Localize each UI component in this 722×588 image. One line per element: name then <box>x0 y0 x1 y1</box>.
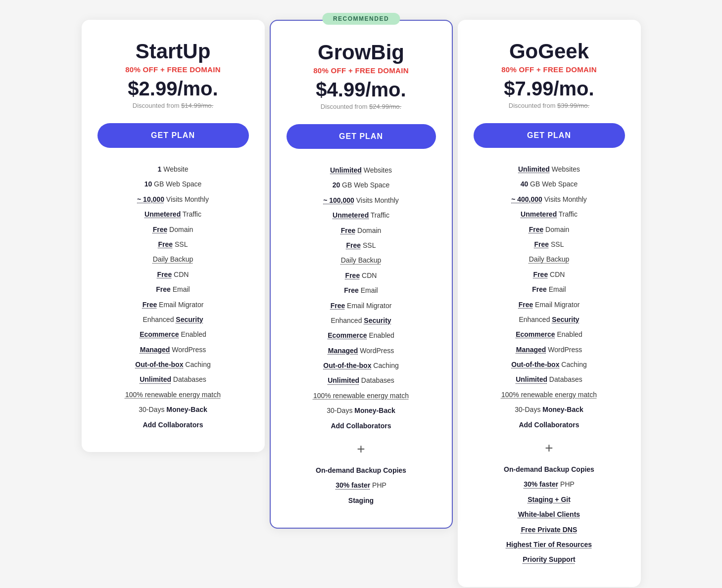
plan-original-price-gogeek: Discounted from $39.99/mo. <box>474 102 625 109</box>
list-item: Free Domain <box>474 222 625 237</box>
list-item: Unmetered Traffic <box>97 207 249 222</box>
list-item: Daily Backup <box>97 252 249 267</box>
list-item: Free Email Migrator <box>474 297 625 312</box>
plan-card-startup: StartUp80% OFF + FREE DOMAIN$2.99/mo.Dis… <box>82 20 265 452</box>
list-item: Staging + Git <box>474 492 625 507</box>
plan-price-gogeek: $7.99/mo. <box>474 78 625 100</box>
list-item: 30-Days Money-Back <box>287 403 436 418</box>
list-item: Staging <box>287 493 436 508</box>
recommended-badge: RECOMMENDED <box>322 13 400 25</box>
plan-card-growbig: RECOMMENDEDGrowBig80% OFF + FREE DOMAIN$… <box>270 20 453 529</box>
list-item: Unmetered Traffic <box>287 208 436 223</box>
list-item: Unlimited Databases <box>474 372 625 387</box>
plan-original-price-growbig: Discounted from $24.99/mo. <box>287 103 436 110</box>
list-item: Free Domain <box>97 222 249 237</box>
list-item: ~ 100,000 Visits Monthly <box>287 193 436 208</box>
list-item: Add Collaborators <box>97 417 249 432</box>
plan-name-startup: StartUp <box>97 40 249 63</box>
list-item: Out-of-the-box Caching <box>474 357 625 372</box>
list-item: Free Email <box>474 282 625 297</box>
list-item: Highest Tier of Resources <box>474 537 625 552</box>
list-item: Add Collaborators <box>287 418 436 433</box>
list-item: Out-of-the-box Caching <box>287 358 436 373</box>
list-item: ~ 10,000 Visits Monthly <box>97 192 249 207</box>
plan-discount-growbig: 80% OFF + FREE DOMAIN <box>287 66 436 75</box>
list-item: Managed WordPress <box>474 342 625 357</box>
list-item: Ecommerce Enabled <box>287 328 436 343</box>
list-item: 100% renewable energy match <box>287 388 436 403</box>
list-item: Ecommerce Enabled <box>474 327 625 342</box>
list-item: Unlimited Databases <box>287 373 436 388</box>
plan-name-gogeek: GoGeek <box>474 40 625 63</box>
list-item: Daily Backup <box>287 253 436 268</box>
plus-separator-growbig: + <box>287 441 436 457</box>
list-item: 100% renewable energy match <box>474 387 625 402</box>
list-item: Free Email Migrator <box>97 297 249 312</box>
list-item: Unlimited Databases <box>97 372 249 387</box>
list-item: 30% faster PHP <box>287 478 436 493</box>
list-item: Add Collaborators <box>474 417 625 432</box>
features-list-growbig: Unlimited Websites20 GB Web Space~ 100,0… <box>287 163 436 433</box>
list-item: Free CDN <box>287 268 436 283</box>
list-item: Free CDN <box>97 267 249 282</box>
extras-list-gogeek: On-demand Backup Copies30% faster PHPSta… <box>474 462 625 567</box>
list-item: Free CDN <box>474 267 625 282</box>
pricing-container: StartUp80% OFF + FREE DOMAIN$2.99/mo.Dis… <box>64 20 658 587</box>
list-item: 30-Days Money-Back <box>474 402 625 417</box>
list-item: Free SSL <box>97 237 249 252</box>
list-item: Enhanced Security <box>97 312 249 327</box>
list-item: Enhanced Security <box>474 312 625 327</box>
list-item: Free Domain <box>287 223 436 238</box>
list-item: Managed WordPress <box>97 342 249 357</box>
list-item: Enhanced Security <box>287 313 436 328</box>
list-item: 1 Website <box>97 162 249 177</box>
list-item: Free SSL <box>287 238 436 253</box>
list-item: Ecommerce Enabled <box>97 327 249 342</box>
list-item: 100% renewable energy match <box>97 387 249 402</box>
list-item: Unmetered Traffic <box>474 207 625 222</box>
plan-discount-startup: 80% OFF + FREE DOMAIN <box>97 65 249 74</box>
list-item: 30-Days Money-Back <box>97 402 249 417</box>
list-item: On-demand Backup Copies <box>474 462 625 477</box>
get-plan-button-gogeek[interactable]: GET PLAN <box>474 123 625 148</box>
plan-card-gogeek: GoGeek80% OFF + FREE DOMAIN$7.99/mo.Disc… <box>458 20 641 587</box>
list-item: 30% faster PHP <box>474 477 625 492</box>
plan-price-startup: $2.99/mo. <box>97 78 249 100</box>
features-list-gogeek: Unlimited Websites40 GB Web Space~ 400,0… <box>474 162 625 432</box>
list-item: Unlimited Websites <box>474 162 625 177</box>
list-item: Priority Support <box>474 552 625 567</box>
get-plan-button-startup[interactable]: GET PLAN <box>97 123 249 148</box>
list-item: On-demand Backup Copies <box>287 463 436 478</box>
list-item: ~ 400,000 Visits Monthly <box>474 192 625 207</box>
plus-separator-gogeek: + <box>474 440 625 456</box>
list-item: Out-of-the-box Caching <box>97 357 249 372</box>
plan-name-growbig: GrowBig <box>287 41 436 64</box>
list-item: 10 GB Web Space <box>97 177 249 191</box>
list-item: White-label Clients <box>474 507 625 522</box>
features-list-startup: 1 Website10 GB Web Space~ 10,000 Visits … <box>97 162 249 432</box>
list-item: Managed WordPress <box>287 343 436 358</box>
plan-price-growbig: $4.99/mo. <box>287 79 436 101</box>
list-item: Free Email <box>97 282 249 297</box>
list-item: 20 GB Web Space <box>287 178 436 192</box>
plan-discount-gogeek: 80% OFF + FREE DOMAIN <box>474 65 625 74</box>
list-item: Free Email <box>287 283 436 298</box>
extras-list-growbig: On-demand Backup Copies30% faster PHPSta… <box>287 463 436 508</box>
list-item: Unlimited Websites <box>287 163 436 178</box>
list-item: Free SSL <box>474 237 625 252</box>
get-plan-button-growbig[interactable]: GET PLAN <box>287 124 436 149</box>
list-item: 40 GB Web Space <box>474 177 625 191</box>
list-item: Free Private DNS <box>474 522 625 537</box>
list-item: Daily Backup <box>474 252 625 267</box>
plan-original-price-startup: Discounted from $14.99/mo. <box>97 102 249 109</box>
list-item: Free Email Migrator <box>287 298 436 313</box>
